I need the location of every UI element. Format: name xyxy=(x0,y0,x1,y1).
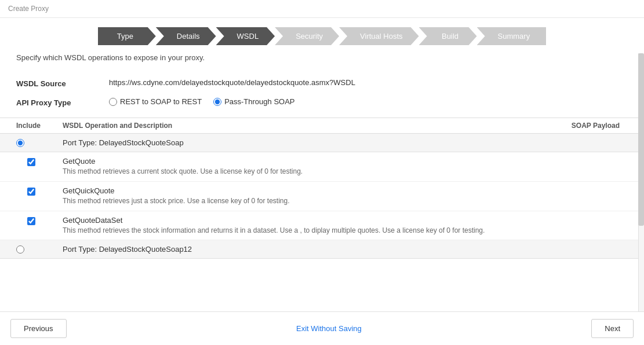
op-checkbox-2[interactable] xyxy=(27,188,35,196)
step-details[interactable]: Details xyxy=(156,27,216,45)
op-checkbox-3[interactable] xyxy=(27,217,35,225)
page-subtitle: Specify which WSDL operations to expose … xyxy=(0,53,644,70)
port-name-1: Port Type: DelayedStockQuoteSoap xyxy=(63,138,184,147)
api-proxy-type-row: API Proxy Type REST to SOAP to REST Pass… xyxy=(16,93,628,112)
op-name-1: GetQuote xyxy=(63,157,628,166)
table-body: Port Type: DelayedStockQuoteSoap GetQuot… xyxy=(0,134,644,302)
api-proxy-type-label: API Proxy Type xyxy=(16,97,109,107)
step-virtual-hosts[interactable]: Virtual Hosts xyxy=(339,27,419,45)
op-desc-3: This method retrieves the stock informat… xyxy=(63,226,628,236)
footer: Previous Exit Without Saving Next xyxy=(0,311,644,345)
previous-button[interactable]: Previous xyxy=(10,319,67,338)
radio-pass-through[interactable]: Pass-Through SOAP xyxy=(213,97,294,106)
title-bar: Create Proxy xyxy=(0,0,644,18)
op-checkbox-1[interactable] xyxy=(27,158,35,166)
op-name-3: GetQuoteDataSet xyxy=(63,216,628,225)
port-radio-2-input[interactable] xyxy=(16,245,24,254)
step-summary-label: Summary xyxy=(477,27,547,45)
op-desc-2: This method retrieves just a stock price… xyxy=(63,196,628,206)
wizard-steps: Type Details WSDL Security Virtual Hosts… xyxy=(0,18,644,53)
port-radio-1-input[interactable] xyxy=(16,139,24,147)
next-button[interactable]: Next xyxy=(591,319,634,338)
step-virtual-hosts-label: Virtual Hosts xyxy=(339,27,419,45)
operation-row-3: GetQuoteDataSet This method retrieves th… xyxy=(0,211,644,241)
op-content-1: GetQuote This method retrieves a current… xyxy=(63,157,628,177)
step-summary[interactable]: Summary xyxy=(477,27,547,45)
step-build[interactable]: Build xyxy=(419,27,477,45)
radio-pass-through-label: Pass-Through SOAP xyxy=(224,97,294,106)
step-details-label: Details xyxy=(156,27,216,45)
op-include-2[interactable] xyxy=(0,186,63,196)
port-radio-1[interactable] xyxy=(16,139,63,147)
step-type[interactable]: Type xyxy=(98,27,156,45)
radio-rest-to-soap-label: REST to SOAP to REST xyxy=(120,97,202,106)
title-text: Create Proxy xyxy=(8,5,49,13)
step-wsdl[interactable]: WSDL xyxy=(216,27,275,45)
scrollbar-thumb[interactable] xyxy=(638,53,644,226)
form-section: WSDL Source https://ws.cdyne.com/delayed… xyxy=(0,70,644,118)
step-wsdl-label: WSDL xyxy=(216,27,275,45)
main-content: Specify which WSDL operations to expose … xyxy=(0,53,644,340)
wsdl-source-row: WSDL Source https://ws.cdyne.com/delayed… xyxy=(16,74,628,93)
exit-button[interactable]: Exit Without Saving xyxy=(296,324,362,333)
port-row-1: Port Type: DelayedStockQuoteSoap xyxy=(0,134,644,152)
port-row-2: Port Type: DelayedStockQuoteSoap12 xyxy=(0,240,644,259)
op-include-1[interactable] xyxy=(0,157,63,166)
port-name-2: Port Type: DelayedStockQuoteSoap12 xyxy=(63,245,192,254)
radio-rest-to-soap[interactable]: REST to SOAP to REST xyxy=(109,97,202,106)
operation-row-1: GetQuote This method retrieves a current… xyxy=(0,152,644,182)
scrollbar-track[interactable] xyxy=(638,53,644,340)
th-include: Include xyxy=(16,122,63,130)
step-security-label: Security xyxy=(275,27,339,45)
radio-pass-through-input[interactable] xyxy=(213,98,221,106)
wsdl-source-value: https://ws.cdyne.com/delayedstockquote/d… xyxy=(109,78,355,87)
op-content-2: GetQuickQuote This method retrieves just… xyxy=(63,186,628,206)
step-security[interactable]: Security xyxy=(275,27,339,45)
op-desc-1: This method retrieves a current stock qu… xyxy=(63,167,628,177)
wsdl-source-label: WSDL Source xyxy=(16,78,109,88)
step-type-label: Type xyxy=(98,27,156,45)
step-build-label: Build xyxy=(419,27,477,45)
op-include-3[interactable] xyxy=(0,216,63,225)
op-name-2: GetQuickQuote xyxy=(63,186,628,195)
operation-row-2: GetQuickQuote This method retrieves just… xyxy=(0,182,644,211)
op-content-3: GetQuoteDataSet This method retrieves th… xyxy=(63,216,628,236)
table-header: Include WSDL Operation and Description S… xyxy=(0,118,644,134)
api-proxy-type-options: REST to SOAP to REST Pass-Through SOAP xyxy=(109,97,295,106)
port-radio-2[interactable] xyxy=(16,245,63,254)
radio-rest-to-soap-input[interactable] xyxy=(109,98,117,106)
th-operation: WSDL Operation and Description xyxy=(63,122,572,130)
th-payload: SOAP Payload xyxy=(572,122,620,130)
